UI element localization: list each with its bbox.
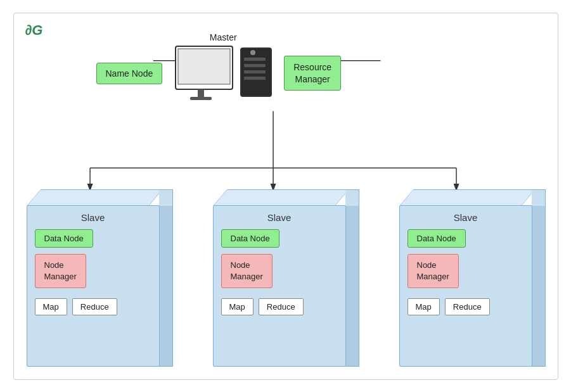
slave-title-2: Slave bbox=[221, 212, 338, 223]
svg-rect-12 bbox=[190, 97, 212, 100]
reduce-box-2: Reduce bbox=[259, 298, 304, 315]
cube-front-1: Slave Data Node Node Manager Map Reduce bbox=[27, 205, 160, 367]
cube-top-right-3 bbox=[532, 189, 546, 206]
slave-title-3: Slave bbox=[407, 212, 524, 223]
cube-top-right-2 bbox=[345, 189, 359, 206]
slave-cube-1: Slave Data Node Node Manager Map Reduce bbox=[27, 189, 172, 367]
node-manager-box-1: Node Manager bbox=[35, 254, 86, 288]
svg-rect-16 bbox=[244, 70, 266, 73]
data-node-box-2: Data Node bbox=[221, 229, 279, 248]
cube-right-2 bbox=[345, 205, 359, 367]
master-label: Master bbox=[210, 32, 237, 42]
svg-rect-10 bbox=[178, 49, 230, 84]
svg-rect-17 bbox=[244, 77, 266, 80]
master-area: Name Node Master bbox=[96, 32, 342, 115]
resource-manager-box: Resource Manager bbox=[284, 56, 341, 90]
cube-right-1 bbox=[159, 205, 173, 367]
slave-title-1: Slave bbox=[35, 212, 151, 223]
reduce-box-3: Reduce bbox=[445, 298, 490, 315]
computer-icon bbox=[172, 45, 274, 115]
svg-point-18 bbox=[250, 50, 255, 55]
svg-rect-15 bbox=[244, 64, 266, 67]
map-reduce-row-2: Map Reduce bbox=[221, 298, 338, 315]
name-node-box: Name Node bbox=[96, 63, 163, 84]
data-node-box-3: Data Node bbox=[407, 229, 466, 248]
slave-cube-2: Slave Data Node Node Manager Map Reduce bbox=[213, 189, 359, 367]
map-box-2: Map bbox=[221, 298, 253, 315]
map-reduce-row-3: Map Reduce bbox=[407, 298, 524, 315]
master-computer: Master bbox=[172, 32, 274, 115]
map-reduce-row-1: Map Reduce bbox=[35, 298, 151, 315]
cube-right-3 bbox=[532, 205, 546, 367]
logo: ∂G bbox=[25, 22, 43, 39]
cube-front-3: Slave Data Node Node Manager Map Reduce bbox=[399, 205, 532, 367]
node-manager-box-3: Node Manager bbox=[407, 254, 459, 288]
map-box-3: Map bbox=[407, 298, 440, 315]
svg-rect-11 bbox=[198, 89, 204, 97]
cube-top-1 bbox=[27, 189, 163, 206]
slave-cube-3: Slave Data Node Node Manager Map Reduce bbox=[399, 189, 545, 367]
cube-front-2: Slave Data Node Node Manager Map Reduce bbox=[213, 205, 346, 367]
svg-rect-14 bbox=[244, 58, 266, 61]
map-box-1: Map bbox=[35, 298, 67, 315]
diagram-container: ∂G Name Node Master bbox=[13, 13, 558, 380]
data-node-box-1: Data Node bbox=[35, 229, 93, 248]
node-manager-box-2: Node Manager bbox=[221, 254, 273, 288]
cube-top-3 bbox=[399, 189, 536, 206]
cube-top-2 bbox=[213, 189, 349, 206]
slaves-row: Slave Data Node Node Manager Map Reduce … bbox=[27, 189, 545, 367]
reduce-box-1: Reduce bbox=[72, 298, 117, 315]
cube-top-right-1 bbox=[159, 189, 173, 206]
